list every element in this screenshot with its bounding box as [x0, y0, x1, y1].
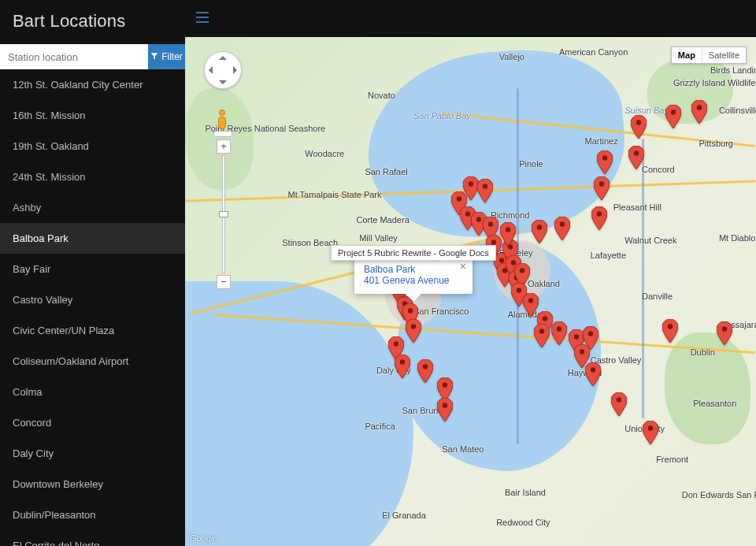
hover-tooltip: Project 5 Rubric Rewrite - Google Docs: [331, 245, 496, 261]
zoom-handle[interactable]: [219, 211, 228, 217]
svg-point-45: [648, 425, 653, 430]
svg-point-44: [617, 398, 621, 403]
map-marker-icon[interactable]: [662, 319, 678, 343]
map-canvas[interactable]: San Pablo Bay VallejoAmerican CanyonBird…: [185, 37, 756, 546]
station-list-item[interactable]: Coliseum/Oakland Airport: [0, 346, 185, 377]
map-marker-icon[interactable]: [591, 206, 607, 230]
map-type-option[interactable]: Map: [672, 47, 702, 63]
filter-icon: [150, 51, 158, 62]
topbar: [185, 0, 756, 37]
filter-button[interactable]: Filter: [148, 44, 185, 69]
station-list-item[interactable]: 12th St. Oakland City Center: [0, 69, 185, 100]
map-marker-icon[interactable]: [554, 217, 570, 240]
map-marker-icon[interactable]: [437, 398, 453, 422]
station-list-item[interactable]: Bay Fair: [0, 254, 185, 284]
svg-rect-2: [196, 21, 209, 23]
svg-point-5: [457, 196, 461, 201]
infowindow-close-icon[interactable]: ×: [460, 261, 466, 272]
svg-point-43: [591, 367, 595, 372]
svg-point-29: [408, 309, 413, 314]
map-marker-icon[interactable]: [691, 100, 707, 124]
map-marker-icon[interactable]: [395, 355, 410, 378]
svg-point-4: [482, 184, 487, 188]
zoom-in-button[interactable]: +: [217, 139, 231, 154]
station-list-item[interactable]: El Cerrito del Norte: [0, 530, 185, 546]
filter-button-label: Filter: [161, 51, 183, 62]
station-list-item[interactable]: Downtown Berkeley: [0, 469, 185, 500]
map-marker-icon[interactable]: [717, 321, 732, 345]
pan-left-icon[interactable]: [209, 66, 213, 74]
svg-point-21: [599, 181, 604, 186]
svg-point-6: [465, 212, 470, 217]
map-marker-icon[interactable]: [406, 319, 421, 343]
streetview-pegman-icon[interactable]: [213, 110, 231, 133]
svg-point-26: [696, 105, 701, 110]
station-list[interactable]: 12th St. Oakland City Center16th St. Mis…: [0, 69, 185, 546]
svg-point-41: [588, 332, 593, 336]
svg-point-40: [573, 334, 578, 339]
svg-point-22: [602, 156, 607, 161]
station-list-item[interactable]: Balboa Park: [0, 223, 185, 254]
map-marker-icon[interactable]: [631, 115, 647, 139]
station-list-item[interactable]: Daly City: [0, 438, 185, 469]
app-title: Bart Locations: [0, 0, 185, 44]
pan-right-icon[interactable]: [233, 66, 237, 74]
map-marker-icon[interactable]: [594, 176, 610, 200]
map-marker-icon[interactable]: [534, 324, 550, 347]
svg-point-8: [488, 222, 493, 227]
svg-point-17: [517, 288, 521, 293]
svg-rect-1: [196, 17, 209, 18]
station-list-item[interactable]: Concord: [0, 407, 185, 438]
sidebar: Bart Locations Filter 12th St. Oakland C…: [0, 0, 185, 546]
map-marker-icon[interactable]: [551, 321, 567, 345]
station-list-item[interactable]: Dublin/Pleasanton: [0, 500, 185, 530]
infowindow-title: Balboa Park: [364, 264, 450, 275]
pan-up-icon[interactable]: [219, 56, 227, 60]
svg-point-39: [557, 326, 561, 331]
svg-point-16: [520, 268, 524, 273]
station-list-item[interactable]: Castro Valley: [0, 284, 185, 315]
svg-point-47: [722, 326, 727, 331]
station-list-item[interactable]: 19th St. Oakland: [0, 131, 185, 162]
svg-point-42: [580, 349, 584, 354]
zoom-out-button[interactable]: −: [217, 275, 231, 289]
main-area: San Pablo Bay VallejoAmerican CanyonBird…: [185, 0, 756, 546]
filter-row: Filter: [0, 44, 185, 69]
svg-point-23: [634, 150, 639, 155]
map-marker-icon[interactable]: [532, 220, 547, 243]
map-marker-icon[interactable]: [611, 392, 627, 416]
svg-rect-0: [196, 12, 209, 13]
map-marker-icon[interactable]: [500, 222, 516, 246]
svg-point-13: [505, 227, 510, 232]
station-list-item[interactable]: Ashby: [0, 192, 185, 223]
svg-point-32: [399, 359, 404, 364]
map-marker-icon[interactable]: [417, 359, 433, 383]
svg-point-18: [536, 225, 541, 229]
station-list-item[interactable]: Colma: [0, 377, 185, 407]
map-marker-icon[interactable]: [477, 179, 493, 202]
map-marker-icon[interactable]: [597, 150, 613, 174]
svg-point-33: [422, 365, 427, 370]
station-filter-input[interactable]: [0, 44, 148, 69]
svg-point-7: [476, 217, 481, 221]
map-type-option[interactable]: Satellite: [702, 47, 746, 63]
svg-point-25: [671, 110, 676, 115]
map-marker-icon[interactable]: [628, 146, 644, 169]
svg-point-38: [539, 329, 544, 333]
station-list-item[interactable]: 24th St. Mission: [0, 162, 185, 192]
map-infowindow: × Balboa Park 401 Geneva Avenue: [354, 256, 472, 294]
map-marker-icon[interactable]: [523, 293, 539, 317]
menu-toggle-icon[interactable]: [196, 12, 209, 26]
svg-point-20: [596, 212, 601, 217]
map-marker-icon[interactable]: [665, 105, 681, 128]
pan-down-icon[interactable]: [219, 80, 227, 84]
svg-point-24: [636, 120, 641, 124]
map-marker-icon[interactable]: [585, 362, 601, 386]
infowindow-address: 401 Geneva Avenue: [364, 275, 450, 286]
station-list-item[interactable]: Civic Center/UN Plaza: [0, 315, 185, 346]
zoom-slider: + −: [217, 139, 231, 289]
map-marker-icon[interactable]: [643, 421, 658, 444]
station-list-item[interactable]: 16th St. Mission: [0, 100, 185, 131]
map-pan-control[interactable]: [204, 51, 242, 89]
zoom-track[interactable]: [222, 155, 225, 273]
